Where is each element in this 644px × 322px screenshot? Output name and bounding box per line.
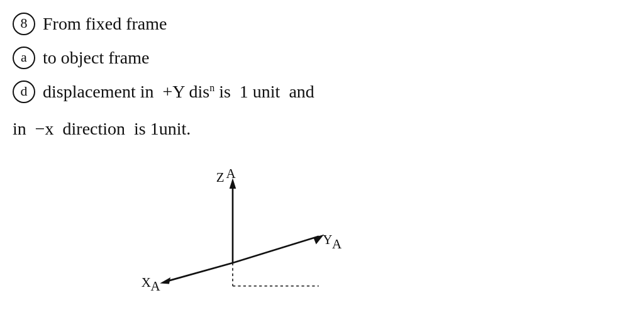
- page-content: 8 From fixed frame a to object frame d d…: [0, 0, 644, 322]
- axes-diagram: Z A Y A X A: [126, 164, 340, 289]
- label-d: d: [13, 80, 35, 103]
- label-8: 8: [13, 13, 35, 35]
- axes-svg: Z A Y A X A: [126, 164, 340, 289]
- svg-line-2: [233, 236, 319, 263]
- text-line4: in −x direction is 1unit.: [13, 116, 191, 141]
- label-a: a: [13, 47, 35, 69]
- xa-label: X: [142, 275, 151, 290]
- line-1: 8 From fixed frame: [13, 11, 167, 36]
- za-subscript: A: [226, 166, 236, 181]
- ya-label: Y: [323, 232, 332, 247]
- line-4: in −x direction is 1unit.: [13, 116, 191, 141]
- ya-subscript: A: [332, 236, 342, 252]
- za-label: Z: [216, 170, 225, 185]
- text-line1: From fixed frame: [43, 11, 167, 36]
- xa-subscript: A: [150, 279, 160, 294]
- svg-marker-7: [160, 277, 170, 284]
- line-2: a to object frame: [13, 45, 149, 70]
- text-line2: to object frame: [43, 45, 149, 70]
- svg-line-6: [167, 263, 233, 281]
- line-3: d displacement in +Y disn is 1 unit and: [13, 79, 314, 104]
- text-line3: displacement in +Y disn is 1 unit and: [43, 79, 314, 104]
